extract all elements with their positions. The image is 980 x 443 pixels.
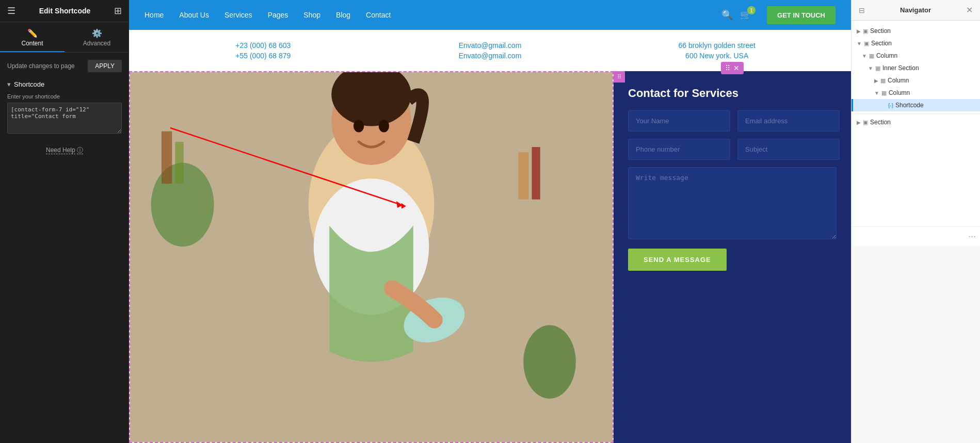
- nav-icons: 🔍 🛒 1: [721, 9, 751, 21]
- main-area: Home About Us Services Pages Shop Blog C…: [129, 0, 851, 443]
- need-help[interactable]: Need Help ⓘ: [7, 146, 122, 155]
- address-1: 66 broklyn golden street: [678, 41, 755, 50]
- nav-item-inner-section[interactable]: ▼ ▦ Inner Section: [852, 62, 980, 74]
- navigator-header: ⊟ Navigator ✕: [852, 0, 980, 21]
- nav-section-label-3: Section: [870, 119, 891, 126]
- nav-item-section-2[interactable]: ▼ ▣ Section: [852, 37, 980, 50]
- phone-input[interactable]: [628, 139, 730, 160]
- form-title: Contact for Services: [628, 87, 837, 100]
- navigator-close-icon[interactable]: ✕: [966, 5, 973, 15]
- nav-arrow-col3: ▼: [874, 90, 879, 96]
- nav-item-shortcode[interactable]: ▶ {-} Shortcode: [852, 99, 980, 111]
- image-placeholder: [130, 72, 613, 442]
- nav-blog[interactable]: Blog: [336, 11, 350, 19]
- name-input[interactable]: [628, 110, 730, 132]
- top-nav: Home About Us Services Pages Shop Blog C…: [129, 0, 851, 30]
- navigator-tree: ▶ ▣ Section ▼ ▣ Section ▼ ▦ Column ▼ ▦ I…: [852, 21, 980, 226]
- nav-column-icon-1: ▦: [869, 53, 874, 59]
- nav-arrow-2: ▼: [857, 41, 862, 46]
- subject-input[interactable]: [737, 139, 840, 160]
- svg-point-7: [354, 120, 364, 132]
- tab-content[interactable]: ✏️ Content: [0, 22, 65, 52]
- content-area: ⠿: [129, 71, 851, 443]
- advanced-tab-icon: ⚙️: [65, 28, 129, 38]
- right-panel: ⊟ Navigator ✕ ▶ ▣ Section ▼ ▣ Section ▼ …: [851, 0, 980, 443]
- message-input[interactable]: [628, 167, 837, 239]
- cart-icon[interactable]: 🛒 1: [740, 9, 751, 21]
- nav-section-label-1: Section: [870, 27, 891, 35]
- form-section: ⠿ ✕ ⠿ Contact for Services SEND A MESSAG…: [614, 71, 851, 443]
- svg-rect-12: [175, 142, 183, 184]
- nav-column-label-3: Column: [889, 89, 910, 96]
- hamburger-icon[interactable]: ☰: [7, 5, 15, 17]
- apply-button[interactable]: APPLY: [88, 60, 122, 72]
- nav-arrow-col2: ▶: [874, 78, 878, 84]
- update-row: Update changes to page APPLY: [7, 60, 122, 72]
- contact-emails: Envato@gmail.com Envato@gmail.com: [377, 41, 604, 60]
- left-panel: ☰ Edit Shortcode ⊞ ✏️ Content ⚙️ Advance…: [0, 0, 129, 443]
- cart-badge: 1: [747, 6, 756, 14]
- nav-item-column-2[interactable]: ▶ ▦ Column: [852, 74, 980, 87]
- email-input[interactable]: [737, 110, 840, 132]
- navigator-title: Navigator: [900, 6, 931, 14]
- content-tab-icon: ✏️: [0, 28, 65, 38]
- get-in-touch-button[interactable]: GET IN TOUCH: [767, 6, 836, 24]
- nav-home[interactable]: Home: [144, 11, 164, 19]
- form-section-handle[interactable]: ⠿: [614, 71, 625, 83]
- send-button[interactable]: SEND A MESSAGE: [628, 249, 727, 271]
- panel-body: Update changes to page APPLY Shortcode E…: [0, 53, 129, 443]
- nav-shop[interactable]: Shop: [303, 11, 320, 19]
- nav-column-icon-3: ▦: [881, 90, 887, 96]
- nav-about[interactable]: About Us: [179, 11, 209, 19]
- nav-item-column-3[interactable]: ▼ ▦ Column: [852, 87, 980, 99]
- nav-services[interactable]: Services: [224, 11, 252, 19]
- panel-header: ☰ Edit Shortcode ⊞: [0, 0, 129, 22]
- nav-item-section-3[interactable]: ▶ ▣ Section: [852, 116, 980, 128]
- nav-inner-section-label: Inner Section: [882, 64, 919, 72]
- form-section-controls: ⠿ ✕: [721, 62, 744, 74]
- nav-item-column-1[interactable]: ▼ ▦ Column: [852, 50, 980, 62]
- svg-rect-11: [162, 132, 172, 184]
- shortcode-section-label: Shortcode: [7, 80, 122, 88]
- phone-2[interactable]: +55 (000) 68 879: [235, 52, 291, 60]
- nav-shortcode-icon: {-}: [888, 103, 893, 108]
- svg-point-10: [523, 325, 576, 399]
- nav-arrow-inner: ▼: [868, 65, 873, 71]
- nav-divider: [852, 113, 980, 114]
- nav-section-icon-3: ▣: [863, 119, 868, 126]
- phone-1[interactable]: +23 (000) 68 603: [235, 41, 291, 50]
- navigator-panel-icon[interactable]: ⊟: [859, 6, 865, 14]
- contact-address: 66 broklyn golden street 600 New york. U…: [603, 41, 830, 60]
- grid-icon[interactable]: ⊞: [114, 5, 122, 17]
- content-tab-label: Content: [21, 40, 43, 47]
- nav-column-label-1: Column: [876, 52, 897, 59]
- form-row-1: [628, 110, 837, 132]
- update-label: Update changes to page: [7, 62, 75, 70]
- nav-contact[interactable]: Contact: [366, 11, 391, 19]
- advanced-tab-label: Advanced: [83, 40, 110, 47]
- nav-shortcode-label: Shortcode: [895, 102, 924, 109]
- tab-advanced[interactable]: ⚙️ Advanced: [65, 22, 129, 52]
- nav-inner-section-icon: ▦: [875, 65, 880, 72]
- nav-column-icon-2: ▦: [880, 77, 886, 84]
- svg-rect-14: [532, 147, 540, 200]
- nav-pages[interactable]: Pages: [268, 11, 288, 19]
- svg-rect-13: [518, 152, 528, 199]
- nav-arrow-3: ▶: [857, 120, 861, 125]
- shortcode-input[interactable]: [contact-form-7 id="12" title="Contact f…: [7, 103, 122, 134]
- navigator-bottom-area: [852, 246, 980, 444]
- nav-section-label-2: Section: [871, 40, 892, 47]
- email-2[interactable]: Envato@gmail.com: [459, 52, 522, 60]
- contact-phones: +23 (000) 68 603 +55 (000) 68 879: [150, 41, 377, 60]
- nav-column-label-2: Column: [888, 77, 909, 84]
- image-section: ⠿: [129, 71, 614, 443]
- search-icon[interactable]: 🔍: [721, 9, 733, 21]
- nav-section-icon-1: ▣: [863, 28, 868, 35]
- address-2: 600 New york. USA: [685, 52, 748, 60]
- navigator-more-icon[interactable]: ···: [852, 226, 980, 246]
- close-form-icon[interactable]: ✕: [733, 64, 740, 72]
- panel-tabs: ✏️ Content ⚙️ Advanced: [0, 22, 129, 53]
- move-icon[interactable]: ⠿: [725, 64, 730, 72]
- nav-item-section-1[interactable]: ▶ ▣ Section: [852, 25, 980, 37]
- email-1[interactable]: Envato@gmail.com: [459, 41, 522, 50]
